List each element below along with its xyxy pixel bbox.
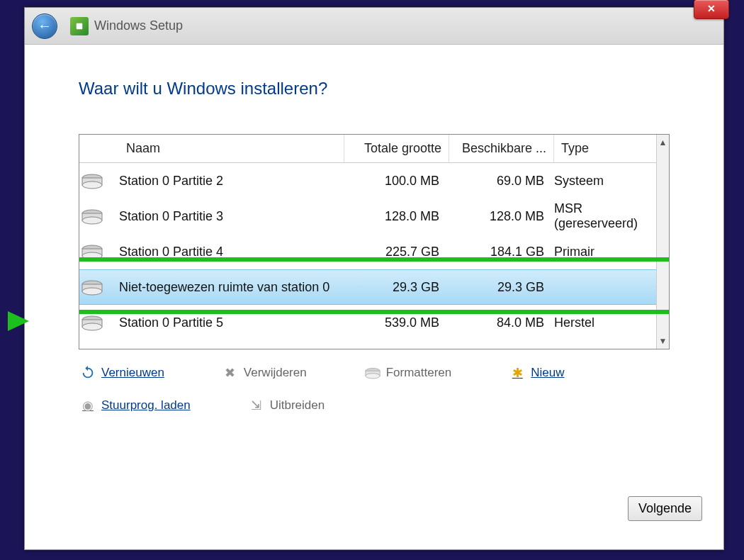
new-icon: ✱ bbox=[508, 364, 526, 382]
table-body: Station 0 Partitie 2100.0 MB69.0 MBSyste… bbox=[79, 163, 669, 340]
content-area: Waar wilt u Windows installeren? Naam To… bbox=[25, 45, 723, 418]
cell-name: Station 0 Partitie 5 bbox=[119, 305, 344, 340]
table-row[interactable]: Station 0 Partitie 3128.0 MB128.0 MBMSR … bbox=[79, 198, 669, 234]
col-name[interactable]: Naam bbox=[119, 135, 344, 162]
close-icon: ✕ bbox=[707, 3, 716, 14]
new-label: Nieuw bbox=[531, 366, 564, 380]
cell-total: 225.7 GB bbox=[344, 234, 449, 269]
svg-point-11 bbox=[82, 288, 102, 295]
next-button[interactable]: Volgende bbox=[628, 496, 702, 521]
table-header: Naam Totale grootte Beschikbare ... Type bbox=[79, 135, 669, 163]
drive-icon bbox=[79, 270, 119, 304]
setup-window: ← Windows Setup ✕ Waar wilt u Windows in… bbox=[24, 7, 724, 550]
table-row[interactable]: Station 0 Partitie 2100.0 MB69.0 MBSyste… bbox=[79, 163, 669, 198]
load-driver-label: Stuurprog. laden bbox=[101, 398, 191, 413]
load-driver-link[interactable]: ◉ Stuurprog. laden bbox=[79, 393, 191, 418]
cell-name: Station 0 Partitie 4 bbox=[119, 234, 344, 269]
table-row[interactable]: Niet-toegewezen ruimte van station 029.3… bbox=[79, 269, 669, 305]
col-type[interactable]: Type bbox=[554, 135, 669, 162]
close-button[interactable]: ✕ bbox=[694, 0, 729, 19]
refresh-link[interactable]: Vernieuwen bbox=[79, 361, 164, 385]
scroll-down-icon[interactable]: ▼ bbox=[657, 333, 669, 349]
cell-type bbox=[554, 270, 669, 304]
cell-type: Herstel bbox=[554, 305, 669, 340]
svg-point-17 bbox=[366, 374, 380, 379]
cell-name: Niet-toegewezen ruimte van station 0 bbox=[119, 270, 344, 304]
svg-point-5 bbox=[82, 217, 102, 224]
cell-avail: 128.0 MB bbox=[449, 198, 554, 234]
page-heading: Waar wilt u Windows installeren? bbox=[79, 79, 670, 99]
svg-point-8 bbox=[82, 252, 102, 259]
cell-total: 539.0 MB bbox=[344, 305, 449, 340]
arrow-left-icon: ← bbox=[38, 18, 52, 34]
drive-icon bbox=[79, 234, 119, 269]
cell-avail: 29.3 GB bbox=[449, 270, 554, 304]
cell-total: 29.3 GB bbox=[344, 270, 449, 304]
col-avail[interactable]: Beschikbare ... bbox=[449, 135, 554, 162]
cell-type: Systeem bbox=[554, 163, 669, 198]
refresh-label: Vernieuwen bbox=[101, 366, 164, 380]
window-title: Windows Setup bbox=[94, 18, 183, 33]
table-row[interactable]: Station 0 Partitie 4225.7 GB184.1 GBPrim… bbox=[79, 234, 669, 269]
cell-type: MSR (gereserveerd) bbox=[554, 198, 669, 234]
refresh-icon bbox=[79, 364, 97, 382]
cell-total: 100.0 MB bbox=[344, 163, 449, 198]
scroll-up-icon[interactable]: ▲ bbox=[657, 135, 669, 150]
cell-type: Primair bbox=[554, 234, 669, 269]
drive-icon bbox=[79, 305, 119, 340]
cell-name: Station 0 Partitie 3 bbox=[119, 198, 344, 234]
windows-setup-icon bbox=[70, 17, 89, 35]
format-icon bbox=[363, 364, 382, 382]
cell-total: 128.0 MB bbox=[344, 198, 449, 234]
extend-icon: ⇲ bbox=[247, 396, 266, 415]
col-icon bbox=[79, 135, 119, 162]
partition-table: Naam Totale grootte Beschikbare ... Type… bbox=[79, 134, 670, 349]
drive-icon bbox=[79, 163, 119, 198]
delete-icon: ✖ bbox=[221, 364, 239, 382]
delete-label: Verwijderen bbox=[244, 366, 307, 380]
table-row[interactable]: Station 0 Partitie 5539.0 MB84.0 MBHerst… bbox=[79, 305, 669, 340]
extend-link: ⇲ Uitbreiden bbox=[247, 393, 325, 418]
svg-point-2 bbox=[82, 181, 102, 189]
cell-avail: 184.1 GB bbox=[449, 234, 554, 269]
col-total[interactable]: Totale grootte bbox=[344, 135, 449, 162]
annotation-arrow-icon bbox=[8, 311, 29, 331]
cell-avail: 69.0 MB bbox=[449, 163, 554, 198]
format-link: Formatteren bbox=[363, 361, 452, 385]
cell-avail: 84.0 MB bbox=[449, 305, 554, 340]
scrollbar[interactable]: ▲ ▼ bbox=[656, 135, 669, 349]
disc-icon: ◉ bbox=[79, 396, 97, 415]
titlebar: ← Windows Setup ✕ bbox=[25, 8, 723, 45]
new-link[interactable]: ✱ Nieuw bbox=[508, 361, 564, 385]
delete-link: ✖ Verwijderen bbox=[221, 361, 307, 385]
actions-row: Vernieuwen ✖ Verwijderen Formatteren ✱ N… bbox=[79, 361, 670, 418]
format-label: Formatteren bbox=[386, 366, 452, 380]
cell-name: Station 0 Partitie 2 bbox=[119, 163, 344, 198]
svg-point-14 bbox=[82, 323, 102, 330]
extend-label: Uitbreiden bbox=[270, 398, 325, 413]
drive-icon bbox=[79, 198, 119, 234]
back-button[interactable]: ← bbox=[32, 13, 57, 39]
